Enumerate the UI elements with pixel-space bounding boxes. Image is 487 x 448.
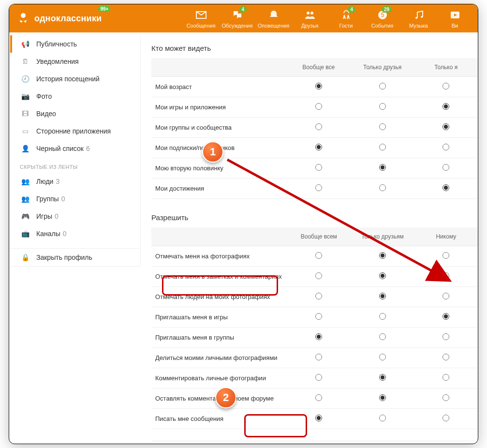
- sidebar-icon: 🗓: [20, 58, 30, 65]
- radio[interactable]: [443, 394, 449, 401]
- sidebar-item-5[interactable]: ▭Сторонние приложения: [10, 122, 140, 140]
- brand-logo[interactable]: одноклассники 99+: [14, 11, 102, 27]
- radio[interactable]: [315, 272, 322, 279]
- radio[interactable]: [315, 123, 322, 130]
- sidebar-item-3[interactable]: 📷Фото: [10, 88, 140, 105]
- row-label: Мои группы и сообщества: [151, 118, 287, 138]
- radio[interactable]: [443, 374, 449, 381]
- radio[interactable]: [315, 103, 322, 110]
- brand-badge: 99+: [98, 6, 110, 12]
- svg-point-2: [310, 12, 313, 15]
- radio[interactable]: [443, 144, 449, 150]
- topnav-Друзья[interactable]: Друзья: [292, 8, 328, 29]
- nav-icon: [437, 8, 473, 22]
- sidebar-feed-0[interactable]: 👥Люди 3: [10, 173, 140, 190]
- sidebar-icon: 📷: [20, 92, 30, 100]
- row-label: Мою вторую половинку: [151, 158, 287, 179]
- radio[interactable]: [379, 272, 386, 279]
- nav-icon: [292, 8, 328, 22]
- sidebar-item-4[interactable]: 🎞Видео: [10, 105, 140, 122]
- topnav-Сообщения[interactable]: Сообщения: [183, 8, 219, 29]
- sidebar-item-2[interactable]: 🕘История посещений: [10, 70, 140, 88]
- radio[interactable]: [443, 333, 449, 340]
- radio[interactable]: [315, 293, 322, 299]
- sidebar-icon: 🎞: [20, 110, 30, 118]
- visibility-table: Вообще всеТолько друзьяТолько яМой возра…: [151, 58, 478, 199]
- sidebar-item-0[interactable]: 📢Публичность: [10, 35, 140, 53]
- radio[interactable]: [443, 164, 449, 171]
- radio[interactable]: [443, 272, 449, 279]
- radio[interactable]: [315, 415, 322, 421]
- col-header: Только друзья: [351, 58, 414, 77]
- radio[interactable]: [379, 164, 386, 171]
- radio[interactable]: [379, 293, 386, 299]
- radio[interactable]: [443, 184, 449, 191]
- radio[interactable]: [315, 252, 322, 259]
- radio[interactable]: [379, 333, 386, 340]
- nav-icon: [400, 8, 437, 22]
- radio[interactable]: [379, 83, 386, 90]
- radio[interactable]: [315, 184, 322, 191]
- radio[interactable]: [315, 313, 322, 320]
- row-label: Отмечать меня на фотографиях: [151, 246, 287, 267]
- radio[interactable]: [315, 333, 322, 340]
- nav-icon: [255, 8, 292, 22]
- col-header: Вообще все: [287, 58, 351, 77]
- svg-text:5: 5: [381, 12, 384, 18]
- sidebar-icon: 📺: [20, 230, 30, 238]
- sidebar-feed-2[interactable]: 🎮Игры 0: [10, 208, 140, 225]
- row-label: Мои игры и приложения: [151, 97, 287, 118]
- radio[interactable]: [443, 354, 449, 360]
- sidebar-close-profile[interactable]: 🔒Закрыть профиль: [10, 248, 140, 266]
- sidebar-icon: 👤: [20, 145, 30, 152]
- topnav-События[interactable]: 5События29: [364, 8, 400, 29]
- radio[interactable]: [379, 394, 386, 401]
- sidebar-item-1[interactable]: 🗓Уведомления: [10, 53, 140, 70]
- radio[interactable]: [379, 415, 386, 421]
- radio[interactable]: [315, 144, 322, 150]
- sidebar-item-6[interactable]: 👤Черный список6: [10, 140, 140, 157]
- radio[interactable]: [443, 252, 449, 259]
- radio[interactable]: [379, 252, 386, 259]
- sidebar-icon: 🎮: [20, 212, 30, 220]
- section-title-allow: Разрешить: [151, 213, 478, 222]
- radio[interactable]: [443, 123, 449, 130]
- nav-badge: 4: [239, 6, 247, 13]
- sidebar-icon: 📢: [20, 40, 30, 48]
- radio[interactable]: [443, 313, 449, 320]
- radio[interactable]: [379, 103, 386, 110]
- radio[interactable]: [315, 374, 322, 381]
- radio[interactable]: [315, 354, 322, 360]
- sidebar-feed-3[interactable]: 📺Каналы 0: [10, 225, 140, 242]
- col-header: Никому: [414, 227, 478, 246]
- radio[interactable]: [379, 354, 386, 360]
- radio[interactable]: [379, 374, 386, 381]
- row-label: Писать мне сообщения: [151, 409, 287, 429]
- row-label: Мои достижения: [151, 179, 287, 199]
- radio[interactable]: [443, 83, 449, 90]
- radio[interactable]: [315, 164, 322, 171]
- row-label: Комментировать личные фотографии: [151, 368, 287, 388]
- radio[interactable]: [379, 184, 386, 191]
- sidebar-feed-1[interactable]: 👥Группы 0: [10, 190, 140, 208]
- radio[interactable]: [315, 394, 322, 401]
- radio[interactable]: [315, 83, 322, 90]
- topnav-Гости[interactable]: Гости4: [328, 8, 364, 29]
- svg-point-6: [421, 16, 423, 18]
- nav-badge: 29: [382, 6, 392, 13]
- ok-logo-icon: [16, 11, 30, 27]
- topnav-Ви[interactable]: Ви: [437, 8, 473, 29]
- topnav-Обсуждения[interactable]: Обсуждения4: [219, 8, 255, 29]
- radio[interactable]: [443, 293, 449, 299]
- topnav-Музыка[interactable]: Музыка: [400, 8, 437, 29]
- radio[interactable]: [379, 123, 386, 130]
- allow-table: Вообще всемТолько друзьямНикомуОтмечать …: [151, 227, 478, 429]
- row-label: Приглашать меня в группы: [151, 328, 287, 348]
- sidebar: 📢Публичность🗓Уведомления🕘История посещен…: [9, 32, 141, 444]
- svg-point-1: [307, 12, 310, 15]
- radio[interactable]: [379, 144, 386, 150]
- topnav-Оповещения[interactable]: Оповещения: [255, 8, 292, 29]
- radio[interactable]: [443, 103, 449, 110]
- radio[interactable]: [379, 313, 386, 320]
- radio[interactable]: [443, 415, 449, 421]
